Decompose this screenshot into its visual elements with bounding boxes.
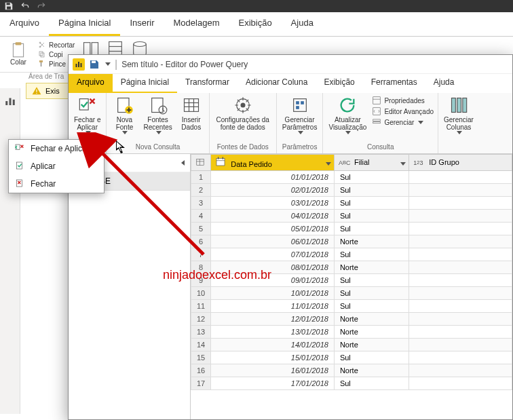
cut-button[interactable]: Recortar: [38, 41, 75, 49]
cell-filial[interactable]: Sul: [334, 171, 408, 184]
row-number[interactable]: 3: [191, 197, 211, 210]
tab-ajuda[interactable]: Ajuda: [282, 12, 323, 36]
qa-dropdown-icon[interactable]: [105, 62, 111, 66]
table-row[interactable]: 7 07/01/2018 Sul: [191, 248, 512, 261]
inserir-dados-button[interactable]: Inserir Dados: [176, 94, 206, 132]
row-number[interactable]: 15: [191, 351, 211, 364]
table-row[interactable]: 4 04/01/2018 Sul: [191, 210, 512, 223]
cell-date[interactable]: 03/01/2018: [211, 197, 335, 210]
fechar-aplicar-button[interactable]: Fechar e Aplicar: [71, 94, 103, 136]
cell-idgrupo[interactable]: [409, 326, 512, 339]
cell-filial[interactable]: Norte: [334, 364, 408, 377]
cell-filial[interactable]: Norte: [334, 235, 408, 248]
cell-filial[interactable]: Sul: [334, 351, 408, 364]
cell-date[interactable]: 13/01/2018: [211, 326, 335, 339]
cell-idgrupo[interactable]: [409, 364, 512, 377]
cell-date[interactable]: 10/01/2018: [211, 287, 335, 300]
table-row[interactable]: 3 03/01/2018 Sul: [191, 197, 512, 210]
gerenciar-parametros-button[interactable]: Gerenciar Parâmetros: [280, 94, 320, 136]
row-number[interactable]: 7: [191, 248, 211, 261]
cell-filial[interactable]: Sul: [334, 223, 408, 235]
cell-filial[interactable]: Sul: [334, 248, 408, 261]
table-row[interactable]: 5 05/01/2018 Sul: [191, 223, 512, 235]
row-number[interactable]: 14: [191, 339, 211, 351]
cell-date[interactable]: 04/01/2018: [211, 210, 335, 223]
tab-modelagem[interactable]: Modelagem: [164, 12, 229, 36]
propriedades-button[interactable]: Propriedades: [372, 96, 434, 105]
cell-filial[interactable]: Norte: [334, 261, 408, 274]
table-row[interactable]: 10 10/01/2018 Sul: [191, 287, 512, 300]
pq-tab-pagina-inicial[interactable]: Página Inicial: [113, 74, 177, 93]
cell-date[interactable]: 08/01/2018: [211, 261, 335, 274]
table-row[interactable]: 16 16/01/2018 Norte: [191, 364, 512, 377]
menu-fechar-aplicar[interactable]: Fechar e Aplicar: [9, 140, 104, 157]
table-row[interactable]: 1 01/01/2018 Sul: [191, 171, 512, 184]
row-number[interactable]: 1: [191, 171, 211, 184]
cell-filial[interactable]: Sul: [334, 377, 408, 390]
cell-idgrupo[interactable]: [409, 235, 512, 248]
cell-idgrupo[interactable]: [409, 197, 512, 210]
menu-aplicar[interactable]: Aplicar: [9, 157, 104, 175]
row-number[interactable]: 13: [191, 326, 211, 339]
cell-date[interactable]: 12/01/2018: [211, 313, 335, 326]
tab-exibicao[interactable]: Exibição: [229, 12, 281, 36]
cell-date[interactable]: 11/01/2018: [211, 300, 335, 313]
row-corner[interactable]: [191, 155, 211, 171]
table-row[interactable]: 15 15/01/2018 Sul: [191, 351, 512, 364]
row-number[interactable]: 10: [191, 287, 211, 300]
gerenciar-button[interactable]: Gerenciar: [372, 117, 434, 127]
report-view-icon[interactable]: [4, 95, 16, 107]
table-row[interactable]: 14 14/01/2018 Norte: [191, 339, 512, 351]
cell-date[interactable]: 16/01/2018: [211, 364, 335, 377]
table-row[interactable]: 13 13/01/2018 Norte: [191, 326, 512, 339]
row-number[interactable]: 11: [191, 300, 211, 313]
col-id-grupo[interactable]: 123 ID Grupo: [409, 155, 512, 171]
cell-idgrupo[interactable]: [409, 313, 512, 326]
row-number[interactable]: 12: [191, 313, 211, 326]
row-number[interactable]: 17: [191, 377, 211, 390]
row-number[interactable]: 2: [191, 184, 211, 197]
cell-filial[interactable]: Sul: [334, 287, 408, 300]
nova-fonte-button[interactable]: Nova Fonte: [109, 94, 139, 136]
pq-tab-ajuda[interactable]: Ajuda: [425, 74, 463, 93]
table-row[interactable]: 9 09/01/2018 Sul: [191, 274, 512, 287]
tab-arquivo[interactable]: Arquivo: [0, 12, 49, 36]
table-row[interactable]: 12 12/01/2018 Norte: [191, 313, 512, 326]
cell-filial[interactable]: Norte: [334, 313, 408, 326]
cell-idgrupo[interactable]: [409, 223, 512, 235]
cell-filial[interactable]: Sul: [334, 300, 408, 313]
row-number[interactable]: 5: [191, 223, 211, 235]
table-row[interactable]: 2 02/01/2018 Sul: [191, 184, 512, 197]
cell-idgrupo[interactable]: [409, 377, 512, 390]
row-number[interactable]: 16: [191, 364, 211, 377]
cell-idgrupo[interactable]: [409, 210, 512, 223]
cell-date[interactable]: 05/01/2018: [211, 223, 335, 235]
filter-dropdown-icon[interactable]: [324, 159, 331, 167]
pq-tab-transformar[interactable]: Transformar: [177, 74, 238, 93]
cell-idgrupo[interactable]: [409, 287, 512, 300]
cell-idgrupo[interactable]: [409, 300, 512, 313]
table-row[interactable]: 11 11/01/2018 Sul: [191, 300, 512, 313]
col-filial[interactable]: ABC Filial: [334, 155, 408, 171]
pq-tab-exibicao[interactable]: Exibição: [316, 74, 362, 93]
fontes-recentes-button[interactable]: Fontes Recentes: [140, 94, 174, 136]
cell-date[interactable]: 14/01/2018: [211, 339, 335, 351]
gerenciar-colunas-button[interactable]: Gerenciar Colunas: [441, 94, 476, 136]
cell-date[interactable]: 01/01/2018: [211, 171, 335, 184]
col-data-pedido[interactable]: Data Pedido: [211, 155, 335, 171]
menu-fechar[interactable]: Fechar: [9, 175, 104, 193]
cell-date[interactable]: 02/01/2018: [211, 184, 335, 197]
atualizar-button[interactable]: Atualizar Visualização: [326, 94, 369, 136]
paste-button[interactable]: Colar: [5, 39, 31, 69]
row-number[interactable]: 9: [191, 274, 211, 287]
cell-filial[interactable]: Sul: [334, 197, 408, 210]
cell-idgrupo[interactable]: [409, 248, 512, 261]
row-number[interactable]: 6: [191, 235, 211, 248]
table-area[interactable]: Data Pedido ABC Filial 123 ID Grupo: [191, 154, 512, 419]
save-icon[interactable]: [89, 59, 100, 70]
cell-idgrupo[interactable]: [409, 184, 512, 197]
table-row[interactable]: 8 08/01/2018 Norte: [191, 261, 512, 274]
pq-tab-adicionar-coluna[interactable]: Adicionar Coluna: [238, 74, 316, 93]
cell-date[interactable]: 06/01/2018: [211, 235, 335, 248]
cell-idgrupo[interactable]: [409, 351, 512, 364]
